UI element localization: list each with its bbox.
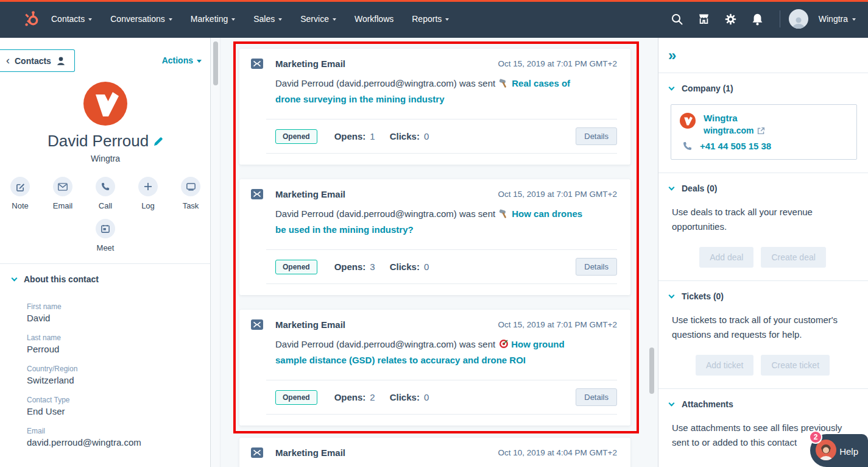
company-phone-link[interactable]: +41 44 505 15 38 bbox=[700, 141, 771, 151]
nav-contacts[interactable]: Contacts bbox=[51, 14, 92, 24]
create-ticket-button[interactable]: Create ticket bbox=[761, 355, 830, 376]
details-button[interactable]: Details bbox=[576, 258, 617, 276]
deals-section-title: Deals (0) bbox=[682, 184, 717, 193]
activity-timestamp: Oct 15, 2019 at 7:01 PM GMT+2 bbox=[498, 320, 617, 329]
company-name-link[interactable]: Wingtra bbox=[704, 113, 765, 123]
left-scrollbar-thumb[interactable] bbox=[213, 41, 218, 85]
collapse-chevron-icon[interactable] bbox=[669, 84, 675, 90]
notifications-button[interactable] bbox=[744, 7, 771, 31]
settings-button[interactable] bbox=[718, 7, 744, 31]
nav-reports[interactable]: Reports bbox=[412, 14, 449, 24]
opens-value: 1 bbox=[370, 131, 375, 141]
account-menu[interactable]: Wingtra bbox=[789, 9, 856, 29]
marketing-email-card: Marketing Email Oct 10, 2019 at 4:04 PM … bbox=[239, 438, 630, 467]
clicks-label: Clicks: bbox=[390, 262, 420, 272]
timeline-scrollbar-thumb[interactable] bbox=[649, 348, 654, 394]
deals-description: Use deals to track all your revenue oppo… bbox=[672, 205, 855, 234]
hubspot-logo-icon[interactable] bbox=[22, 10, 40, 28]
clicks-value: 0 bbox=[424, 392, 429, 402]
chevron-down-icon bbox=[278, 18, 282, 21]
search-icon bbox=[671, 13, 683, 25]
field-value[interactable]: David bbox=[27, 313, 201, 323]
log-label: Log bbox=[141, 201, 155, 210]
actions-label: Actions bbox=[162, 55, 193, 65]
field-value[interactable]: david.perroud@wingtra.com bbox=[27, 437, 201, 447]
contact-name: David Perroud bbox=[48, 132, 149, 151]
back-to-contacts-button[interactable]: ‹ Contacts bbox=[0, 49, 75, 72]
collapse-chevron-icon[interactable] bbox=[669, 400, 675, 406]
collapse-chevron-icon[interactable] bbox=[12, 275, 18, 281]
contact-avatar bbox=[83, 82, 127, 126]
tickets-description: Use tickets to track all of your custome… bbox=[672, 313, 855, 342]
edit-pencil-icon[interactable] bbox=[153, 137, 163, 146]
opened-status-badge: Opened bbox=[275, 260, 317, 274]
divider bbox=[0, 263, 210, 264]
nav-workflows[interactable]: Workflows bbox=[355, 14, 393, 24]
sidebar-header: » bbox=[658, 38, 868, 73]
chevron-down-icon bbox=[231, 18, 235, 21]
activity-type: Marketing Email bbox=[275, 447, 345, 458]
log-button[interactable]: Log bbox=[133, 177, 163, 210]
nav-service[interactable]: Service bbox=[300, 14, 336, 24]
field-email: Email david.perroud@wingtra.com bbox=[27, 427, 201, 447]
bell-icon bbox=[752, 13, 763, 26]
nav-marketing[interactable]: Marketing bbox=[191, 14, 235, 24]
opens-value: 3 bbox=[370, 262, 375, 272]
activity-timestamp: Oct 15, 2019 at 7:01 PM GMT+2 bbox=[498, 59, 617, 68]
field-value[interactable]: Switzerland bbox=[27, 375, 201, 385]
contact-company[interactable]: Wingtra bbox=[0, 154, 211, 163]
company-section: Company (1) Wingtra wingtra.com +41 4 bbox=[658, 73, 868, 173]
opens-metric: Opens:2 bbox=[334, 392, 375, 402]
field-value[interactable]: Perroud bbox=[27, 344, 201, 354]
email-button[interactable]: Email bbox=[48, 177, 78, 210]
field-value[interactable]: End User bbox=[27, 406, 201, 416]
actions-dropdown[interactable]: Actions bbox=[162, 55, 202, 65]
collapse-panel-icon[interactable]: » bbox=[668, 48, 676, 63]
note-button[interactable]: Note bbox=[5, 177, 35, 210]
clicks-value: 0 bbox=[424, 131, 429, 141]
tickets-section-title: Tickets (0) bbox=[682, 291, 724, 301]
meet-button[interactable]: Meet bbox=[90, 219, 121, 252]
details-button[interactable]: Details bbox=[576, 127, 617, 145]
call-button[interactable]: Call bbox=[90, 177, 121, 210]
activity-timestamp: Oct 10, 2019 at 4:04 PM GMT+2 bbox=[498, 448, 617, 457]
chevron-down-icon bbox=[852, 18, 856, 21]
nav-marketing-label: Marketing bbox=[191, 14, 228, 24]
nav-workflows-label: Workflows bbox=[355, 14, 393, 24]
task-button[interactable]: Task bbox=[175, 177, 206, 210]
email-icon bbox=[58, 183, 68, 191]
company-logo bbox=[680, 113, 696, 129]
details-button[interactable]: Details bbox=[576, 388, 617, 406]
create-deal-button[interactable]: Create deal bbox=[761, 247, 825, 268]
nav-sales[interactable]: Sales bbox=[253, 14, 282, 24]
field-label: Contact Type bbox=[27, 396, 201, 404]
field-label: First name bbox=[27, 302, 201, 311]
activity-description: David Perroud (david.perroud@wingtra.com… bbox=[239, 69, 629, 107]
contact-person-icon bbox=[56, 56, 66, 65]
add-deal-button[interactable]: Add deal bbox=[699, 247, 753, 268]
clicks-label: Clicks: bbox=[390, 392, 420, 402]
field-last-name: Last name Perroud bbox=[27, 333, 201, 354]
quick-actions: Note Email Call Log Task Meet bbox=[0, 177, 211, 252]
clicks-label: Clicks: bbox=[390, 131, 420, 141]
left-scrollbar-track[interactable] bbox=[211, 38, 221, 467]
description-text: David Perroud (david.perroud@wingtra.com… bbox=[275, 209, 495, 219]
search-button[interactable] bbox=[664, 7, 691, 31]
marketing-email-card: Marketing Email Oct 15, 2019 at 7:01 PM … bbox=[239, 179, 630, 295]
collapse-chevron-icon[interactable] bbox=[669, 184, 675, 190]
attachments-section-title: Attachments bbox=[682, 399, 733, 409]
activity-type: Marketing Email bbox=[275, 189, 345, 199]
marketplace-button[interactable] bbox=[691, 7, 718, 31]
company-domain-link[interactable]: wingtra.com bbox=[704, 126, 765, 135]
opened-status-badge: Opened bbox=[275, 390, 317, 405]
collapse-chevron-icon[interactable] bbox=[669, 292, 675, 298]
add-ticket-button[interactable]: Add ticket bbox=[696, 355, 753, 376]
timeline-scrollbar-track[interactable] bbox=[647, 38, 657, 467]
account-avatar bbox=[789, 9, 808, 29]
field-country-region: Country/Region Switzerland bbox=[27, 365, 201, 385]
nav-divider bbox=[780, 10, 780, 27]
person-icon bbox=[791, 15, 806, 29]
external-link-icon bbox=[757, 127, 765, 135]
nav-conversations[interactable]: Conversations bbox=[110, 14, 172, 24]
divider bbox=[266, 414, 617, 415]
